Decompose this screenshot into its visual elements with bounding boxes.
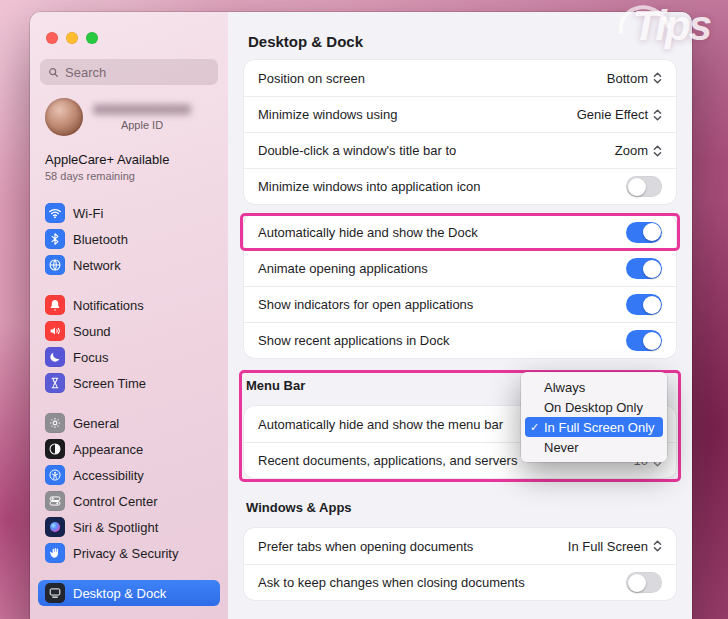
search-placeholder: Search [65, 65, 106, 80]
apple-id-label: Apple ID [93, 119, 191, 131]
siri-icon [45, 517, 65, 537]
toggle-knob [628, 574, 646, 592]
apple-id-profile[interactable]: Apple ID [30, 85, 228, 136]
appearance-icon [45, 439, 65, 459]
toggle-knob [643, 260, 661, 278]
desktop-dock-icon [45, 583, 65, 603]
sidebar-item-network[interactable]: Network [38, 252, 220, 278]
settings-row: Show indicators for open applications [244, 286, 676, 322]
avatar [45, 98, 83, 136]
accessibility-icon [45, 465, 65, 485]
privacy-security-hand-icon [45, 543, 65, 563]
hourglass-icon [45, 373, 65, 393]
prefer-tabs-popup[interactable]: In Full Screen [568, 539, 662, 554]
sidebar-nav: Wi-Fi Bluetooth Network Notifications [30, 182, 228, 619]
dropdown-option-never[interactable]: Never [525, 437, 663, 457]
dropdown-option-on-desktop-only[interactable]: On Desktop Only [525, 397, 663, 417]
chevron-up-down-icon [653, 144, 662, 158]
desktop-dock-pane: Desktop & Dock Position on screen Bottom… [228, 12, 692, 619]
sidebar-group-system: General Appearance Accessibility Control… [38, 410, 220, 566]
dropdown-option-always[interactable]: Always [525, 377, 663, 397]
sidebar-item-wifi[interactable]: Wi-Fi [38, 200, 220, 226]
menu-bar-section: Menu Bar Automatically hide and show the… [244, 376, 676, 478]
applecare-title: AppleCare+ Available [45, 152, 216, 167]
toggle-knob [643, 223, 661, 241]
bluetooth-icon [45, 229, 65, 249]
checkmark-icon: ✓ [528, 421, 541, 434]
sidebar-item-accessibility[interactable]: Accessibility [38, 462, 220, 488]
globe-icon [45, 255, 65, 275]
settings-row: Double-click a window's title bar to Zoo… [244, 132, 676, 168]
show-recent-apps-toggle[interactable] [626, 330, 662, 351]
settings-row: Position on screen Bottom [244, 60, 676, 96]
windows-apps-heading: Windows & Apps [246, 498, 674, 518]
dock-settings-card: Position on screen Bottom Minimize windo… [244, 60, 676, 204]
sidebar-item-bluetooth[interactable]: Bluetooth [38, 226, 220, 252]
zoom-window-button[interactable] [86, 32, 98, 44]
animate-opening-toggle[interactable] [626, 258, 662, 279]
chevron-up-down-icon [653, 71, 662, 85]
page-title: Desktop & Dock [248, 33, 363, 50]
sidebar-group-alerts: Notifications Sound Focus Screen Time [38, 292, 220, 396]
speaker-icon [45, 321, 65, 341]
settings-row: Animate opening applications [244, 250, 676, 286]
menu-bar-autohide-dropdown: Always On Desktop Only ✓ In Full Screen … [521, 372, 667, 462]
settings-sidebar: Search Apple ID AppleCare+ Available 58 … [30, 12, 228, 619]
wifi-icon [45, 203, 65, 223]
menu-bar-card: Automatically hide and show the menu bar… [244, 406, 676, 478]
sidebar-item-notifications[interactable]: Notifications [38, 292, 220, 318]
windows-apps-section: Windows & Apps Prefer tabs when opening … [244, 498, 676, 600]
sidebar-item-appearance[interactable]: Appearance [38, 436, 220, 462]
settings-row: Minimize windows using Genie Effect [244, 96, 676, 132]
dock-toggles-card: Automatically hide and show the Dock Ani… [244, 214, 676, 358]
bell-icon [45, 295, 65, 315]
gear-icon [45, 413, 65, 433]
sidebar-item-general[interactable]: General [38, 410, 220, 436]
applecare-banner[interactable]: AppleCare+ Available 58 days remaining [30, 136, 228, 182]
moon-icon [45, 347, 65, 367]
minimize-effect-popup[interactable]: Genie Effect [577, 107, 662, 122]
close-window-button[interactable] [46, 32, 58, 44]
toggle-knob [643, 332, 661, 350]
windows-apps-card: Prefer tabs when opening documents In Fu… [244, 528, 676, 600]
desktop-wallpaper: Tips Search Apple ID AppleCare+ [0, 0, 728, 619]
sidebar-item-siri-spotlight[interactable]: Siri & Spotlight [38, 514, 220, 540]
chevron-up-down-icon [653, 108, 662, 122]
toggle-knob [628, 178, 646, 196]
window-controls [30, 12, 228, 44]
sidebar-group-desktop: Desktop & Dock [38, 580, 220, 606]
search-icon [47, 66, 60, 79]
settings-row: Automatically hide and show the menu bar… [244, 406, 676, 442]
chevron-up-down-icon [653, 539, 662, 553]
double-click-action-popup[interactable]: Zoom [615, 143, 662, 158]
settings-row: Minimize windows into application icon [244, 168, 676, 204]
show-indicators-toggle[interactable] [626, 294, 662, 315]
applecare-subtitle: 58 days remaining [45, 170, 216, 182]
dock-autohide-toggle[interactable] [626, 222, 662, 243]
pane-header: Desktop & Dock [244, 12, 676, 60]
settings-row: Show recent applications in Dock [244, 322, 676, 358]
sidebar-item-privacy-security[interactable]: Privacy & Security [38, 540, 220, 566]
position-on-screen-popup[interactable]: Bottom [607, 71, 662, 86]
ask-to-keep-changes-toggle[interactable] [626, 572, 662, 593]
sidebar-item-screen-time[interactable]: Screen Time [38, 370, 220, 396]
toggle-knob [643, 296, 661, 314]
search-input[interactable]: Search [40, 59, 218, 85]
sidebar-item-focus[interactable]: Focus [38, 344, 220, 370]
control-center-icon [45, 491, 65, 511]
sidebar-item-desktop-dock[interactable]: Desktop & Dock [38, 580, 220, 606]
sidebar-item-sound[interactable]: Sound [38, 318, 220, 344]
sidebar-group-network: Wi-Fi Bluetooth Network [38, 200, 220, 278]
settings-row: Ask to keep changes when closing documen… [244, 564, 676, 600]
system-settings-window: Search Apple ID AppleCare+ Available 58 … [30, 12, 692, 619]
sidebar-item-control-center[interactable]: Control Center [38, 488, 220, 514]
settings-row: Prefer tabs when opening documents In Fu… [244, 528, 676, 564]
minimize-to-app-icon-toggle[interactable] [626, 176, 662, 197]
dropdown-option-in-full-screen-only[interactable]: ✓ In Full Screen Only [525, 417, 663, 437]
profile-name-redacted [93, 104, 191, 115]
settings-row-annotated: Automatically hide and show the Dock [244, 214, 676, 250]
minimize-window-button[interactable] [66, 32, 78, 44]
